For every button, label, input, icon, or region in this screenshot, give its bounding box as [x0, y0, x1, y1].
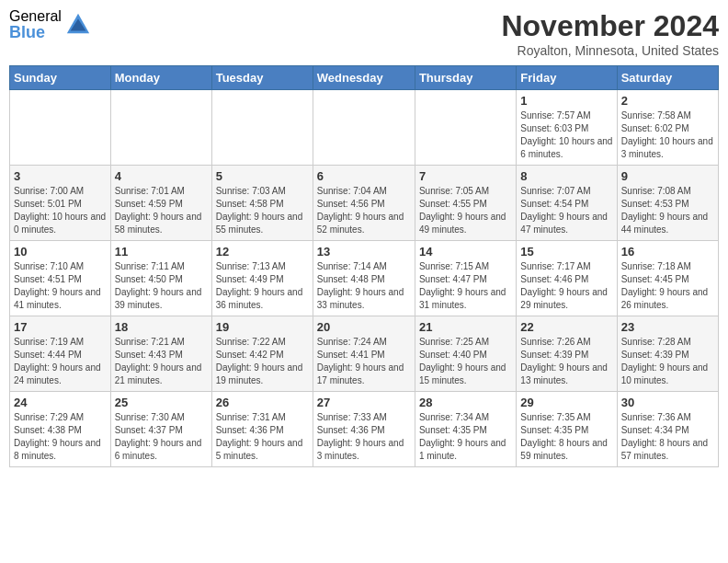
day-info: Sunrise: 7:03 AM Sunset: 4:58 PM Dayligh… — [216, 185, 309, 236]
day-number: 4 — [115, 169, 208, 183]
day-info: Sunrise: 7:30 AM Sunset: 4:37 PM Dayligh… — [115, 411, 208, 463]
calendar-cell — [415, 90, 516, 166]
day-info: Sunrise: 7:00 AM Sunset: 5:01 PM Dayligh… — [14, 185, 107, 236]
calendar-cell: 12Sunrise: 7:13 AM Sunset: 4:49 PM Dayli… — [211, 241, 313, 316]
day-number: 23 — [621, 320, 714, 334]
day-info: Sunrise: 7:01 AM Sunset: 4:59 PM Dayligh… — [115, 185, 208, 236]
calendar-cell: 20Sunrise: 7:24 AM Sunset: 4:41 PM Dayli… — [313, 316, 415, 392]
day-info: Sunrise: 7:14 AM Sunset: 4:48 PM Dayligh… — [317, 260, 411, 312]
day-number: 16 — [621, 245, 714, 259]
day-info: Sunrise: 7:18 AM Sunset: 4:45 PM Dayligh… — [621, 260, 714, 312]
week-row-4: 17Sunrise: 7:19 AM Sunset: 4:44 PM Dayli… — [10, 316, 719, 392]
header-day-wednesday: Wednesday — [313, 66, 415, 90]
month-title: November 2024 — [501, 9, 719, 43]
day-info: Sunrise: 7:10 AM Sunset: 4:51 PM Dayligh… — [14, 260, 107, 312]
day-number: 26 — [216, 396, 309, 409]
day-info: Sunrise: 7:33 AM Sunset: 4:36 PM Dayligh… — [317, 411, 411, 463]
calendar-cell: 8Sunrise: 7:07 AM Sunset: 4:54 PM Daylig… — [517, 166, 617, 241]
calendar-cell — [110, 90, 211, 166]
day-number: 29 — [520, 396, 612, 409]
day-info: Sunrise: 7:28 AM Sunset: 4:39 PM Dayligh… — [621, 336, 714, 387]
day-number: 8 — [520, 169, 612, 183]
title-block: November 2024 Royalton, Minnesota, Unite… — [501, 9, 719, 58]
calendar-cell: 6Sunrise: 7:04 AM Sunset: 4:56 PM Daylig… — [313, 166, 415, 241]
day-number: 5 — [216, 169, 309, 183]
day-number: 14 — [419, 245, 512, 259]
calendar-cell: 15Sunrise: 7:17 AM Sunset: 4:46 PM Dayli… — [517, 241, 617, 316]
calendar-cell: 16Sunrise: 7:18 AM Sunset: 4:45 PM Dayli… — [617, 241, 718, 316]
day-info: Sunrise: 7:08 AM Sunset: 4:53 PM Dayligh… — [621, 185, 714, 236]
day-info: Sunrise: 7:21 AM Sunset: 4:43 PM Dayligh… — [115, 336, 208, 387]
calendar-cell: 23Sunrise: 7:28 AM Sunset: 4:39 PM Dayli… — [617, 316, 718, 392]
logo-text: General Blue — [9, 9, 62, 40]
calendar-cell: 3Sunrise: 7:00 AM Sunset: 5:01 PM Daylig… — [10, 166, 111, 241]
calendar-body: 1Sunrise: 7:57 AM Sunset: 6:03 PM Daylig… — [10, 90, 719, 467]
logo-icon — [65, 12, 91, 38]
day-info: Sunrise: 7:07 AM Sunset: 4:54 PM Dayligh… — [520, 185, 612, 236]
day-info: Sunrise: 7:31 AM Sunset: 4:36 PM Dayligh… — [216, 411, 309, 463]
day-info: Sunrise: 7:29 AM Sunset: 4:38 PM Dayligh… — [14, 411, 107, 463]
calendar-cell: 22Sunrise: 7:26 AM Sunset: 4:39 PM Dayli… — [517, 316, 617, 392]
calendar-cell: 21Sunrise: 7:25 AM Sunset: 4:40 PM Dayli… — [415, 316, 516, 392]
day-info: Sunrise: 7:25 AM Sunset: 4:40 PM Dayligh… — [419, 336, 512, 387]
day-number: 17 — [14, 320, 107, 334]
calendar-cell: 7Sunrise: 7:05 AM Sunset: 4:55 PM Daylig… — [415, 166, 516, 241]
calendar-cell: 10Sunrise: 7:10 AM Sunset: 4:51 PM Dayli… — [10, 241, 111, 316]
logo: General Blue — [9, 9, 91, 40]
calendar-cell: 5Sunrise: 7:03 AM Sunset: 4:58 PM Daylig… — [211, 166, 313, 241]
day-number: 28 — [419, 396, 512, 409]
calendar-cell: 1Sunrise: 7:57 AM Sunset: 6:03 PM Daylig… — [517, 90, 617, 166]
day-number: 21 — [419, 320, 512, 334]
day-number: 10 — [14, 245, 107, 259]
header-day-sunday: Sunday — [10, 66, 111, 90]
day-number: 3 — [14, 169, 107, 183]
calendar-cell: 2Sunrise: 7:58 AM Sunset: 6:02 PM Daylig… — [617, 90, 718, 166]
header-day-thursday: Thursday — [415, 66, 516, 90]
calendar-cell — [10, 90, 111, 166]
calendar-cell: 13Sunrise: 7:14 AM Sunset: 4:48 PM Dayli… — [313, 241, 415, 316]
day-number: 6 — [317, 169, 411, 183]
day-info: Sunrise: 7:24 AM Sunset: 4:41 PM Dayligh… — [317, 336, 411, 387]
day-number: 12 — [216, 245, 309, 259]
calendar-cell: 30Sunrise: 7:36 AM Sunset: 4:34 PM Dayli… — [617, 392, 718, 467]
day-number: 24 — [14, 396, 107, 409]
calendar-cell: 9Sunrise: 7:08 AM Sunset: 4:53 PM Daylig… — [617, 166, 718, 241]
calendar-cell: 29Sunrise: 7:35 AM Sunset: 4:35 PM Dayli… — [517, 392, 617, 467]
day-info: Sunrise: 7:22 AM Sunset: 4:42 PM Dayligh… — [216, 336, 309, 387]
day-number: 27 — [317, 396, 411, 409]
logo-blue: Blue — [9, 24, 62, 40]
calendar-cell — [211, 90, 313, 166]
calendar-header: SundayMondayTuesdayWednesdayThursdayFrid… — [10, 66, 719, 90]
day-info: Sunrise: 7:19 AM Sunset: 4:44 PM Dayligh… — [14, 336, 107, 387]
day-number: 22 — [520, 320, 612, 334]
day-number: 18 — [115, 320, 208, 334]
day-info: Sunrise: 7:17 AM Sunset: 4:46 PM Dayligh… — [520, 260, 612, 312]
header-day-tuesday: Tuesday — [211, 66, 313, 90]
calendar-cell: 4Sunrise: 7:01 AM Sunset: 4:59 PM Daylig… — [110, 166, 211, 241]
header-row: SundayMondayTuesdayWednesdayThursdayFrid… — [10, 66, 719, 90]
day-info: Sunrise: 7:26 AM Sunset: 4:39 PM Dayligh… — [520, 336, 612, 387]
header-day-saturday: Saturday — [617, 66, 718, 90]
day-number: 25 — [115, 396, 208, 409]
calendar-cell: 25Sunrise: 7:30 AM Sunset: 4:37 PM Dayli… — [110, 392, 211, 467]
calendar-cell: 26Sunrise: 7:31 AM Sunset: 4:36 PM Dayli… — [211, 392, 313, 467]
day-info: Sunrise: 7:04 AM Sunset: 4:56 PM Dayligh… — [317, 185, 411, 236]
calendar-cell: 24Sunrise: 7:29 AM Sunset: 4:38 PM Dayli… — [10, 392, 111, 467]
day-info: Sunrise: 7:11 AM Sunset: 4:50 PM Dayligh… — [115, 260, 208, 312]
week-row-1: 1Sunrise: 7:57 AM Sunset: 6:03 PM Daylig… — [10, 90, 719, 166]
calendar-cell: 14Sunrise: 7:15 AM Sunset: 4:47 PM Dayli… — [415, 241, 516, 316]
week-row-5: 24Sunrise: 7:29 AM Sunset: 4:38 PM Dayli… — [10, 392, 719, 467]
calendar: SundayMondayTuesdayWednesdayThursdayFrid… — [9, 65, 719, 467]
week-row-2: 3Sunrise: 7:00 AM Sunset: 5:01 PM Daylig… — [10, 166, 719, 241]
day-info: Sunrise: 7:35 AM Sunset: 4:35 PM Dayligh… — [520, 411, 612, 463]
calendar-cell: 17Sunrise: 7:19 AM Sunset: 4:44 PM Dayli… — [10, 316, 111, 392]
header-day-friday: Friday — [517, 66, 617, 90]
day-number: 11 — [115, 245, 208, 259]
day-number: 1 — [520, 94, 612, 108]
day-info: Sunrise: 7:36 AM Sunset: 4:34 PM Dayligh… — [621, 411, 714, 463]
day-number: 15 — [520, 245, 612, 259]
day-info: Sunrise: 7:15 AM Sunset: 4:47 PM Dayligh… — [419, 260, 512, 312]
day-info: Sunrise: 7:58 AM Sunset: 6:02 PM Dayligh… — [621, 109, 714, 161]
day-number: 19 — [216, 320, 309, 334]
calendar-cell: 27Sunrise: 7:33 AM Sunset: 4:36 PM Dayli… — [313, 392, 415, 467]
